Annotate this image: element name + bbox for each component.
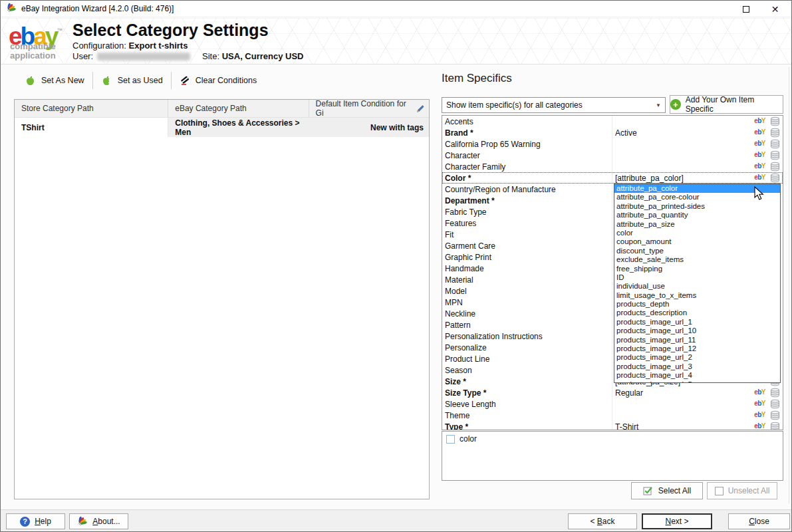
item-specific-value[interactable]: ActiveebY xyxy=(612,127,783,138)
close-wizard-button[interactable]: Close xyxy=(728,513,790,529)
database-icon[interactable] xyxy=(770,173,780,183)
logo-subtitle-line: compatible xyxy=(10,42,56,51)
back-button[interactable]: < Back xyxy=(568,513,637,529)
pencil-icon[interactable] xyxy=(416,104,425,113)
filter-dropdown-value: Show item specific(s) for all categories xyxy=(446,100,583,110)
item-specific-row[interactable]: Character FamilyebY xyxy=(442,161,783,172)
item-specifics-title: Item Specifics xyxy=(442,72,512,85)
database-icon[interactable] xyxy=(770,388,780,398)
item-specific-value-text: T-Shirt xyxy=(615,422,638,430)
column-header-store-path[interactable]: Store Category Path xyxy=(15,100,168,117)
ebay-icon: ebY xyxy=(754,151,765,158)
set-as-new-button[interactable]: Set As New xyxy=(17,75,92,86)
dropdown-option[interactable]: products_image_url_10 xyxy=(614,327,780,335)
set-as-used-label: Set as Used xyxy=(118,76,163,85)
site-label: Site: xyxy=(202,51,219,61)
category-table: Store Category Path eBay Category Path D… xyxy=(14,99,430,499)
item-specific-name: Material xyxy=(442,274,612,285)
item-specific-row[interactable]: ThemeebY xyxy=(442,410,783,421)
item-specific-value[interactable]: ebY xyxy=(612,410,783,421)
item-specific-name: MPN xyxy=(442,297,612,308)
dropdown-option[interactable]: attribute_pa_printed-sides xyxy=(614,202,780,211)
dropdown-option[interactable]: products_depth xyxy=(614,300,780,309)
item-specific-value[interactable]: ebY xyxy=(612,398,783,410)
item-specific-row[interactable]: Size Type *RegularebY xyxy=(442,387,783,398)
column-header-ebay-path[interactable]: eBay Category Path xyxy=(168,100,309,117)
about-button[interactable]: About... xyxy=(69,513,128,529)
dropdown-option[interactable]: free_shipping xyxy=(614,265,780,273)
database-icon[interactable] xyxy=(770,422,780,430)
item-specific-value[interactable]: RegularebY xyxy=(612,387,783,398)
unselect-all-button[interactable]: Unselect All xyxy=(707,482,777,499)
store-category-cell: TShirt xyxy=(15,118,168,137)
database-icon[interactable] xyxy=(770,128,780,138)
category-table-header: Store Category Path eBay Category Path D… xyxy=(15,100,429,118)
item-specific-name: Product Line xyxy=(442,353,612,364)
dropdown-option[interactable]: discount_type xyxy=(614,247,780,255)
custom-specific-item[interactable]: color xyxy=(446,434,779,444)
dropdown-option[interactable]: products_image_url_2 xyxy=(614,353,780,362)
item-specific-value-text: [attribute_pa_color] xyxy=(615,174,684,183)
column-header-default-condition[interactable]: Default Item Condition for Gi xyxy=(309,100,429,117)
dropdown-option[interactable]: attribute_pa_quantity xyxy=(614,211,780,219)
item-specific-value[interactable]: [attribute_pa_color]ebY xyxy=(612,172,783,184)
item-specific-name: Handmade xyxy=(442,263,612,274)
item-specific-row[interactable]: AccentsebY xyxy=(442,116,783,127)
dropdown-option[interactable]: coupon_amount xyxy=(614,237,780,246)
trademark-mark: ™ xyxy=(57,27,63,34)
ebay-icon: ebY xyxy=(754,400,765,407)
dropdown-option[interactable]: products_description xyxy=(614,309,780,317)
configuration-line: Configuration: Export t-shirts xyxy=(72,41,188,51)
close-button[interactable]: ✕ xyxy=(760,1,790,17)
item-specific-name: Pattern xyxy=(442,319,612,331)
item-specific-row[interactable]: Sleeve LengthebY xyxy=(442,398,783,410)
custom-specific-label: color xyxy=(460,434,477,444)
item-specific-row[interactable]: Type *T-ShirtebY xyxy=(442,421,783,430)
item-specific-row[interactable]: Color *[attribute_pa_color]ebY xyxy=(442,172,783,184)
dropdown-option[interactable]: color xyxy=(614,229,780,237)
database-icon[interactable] xyxy=(770,116,780,126)
dropdown-option[interactable]: individual_use xyxy=(614,282,780,291)
ebay-icon: ebY xyxy=(754,140,765,147)
category-filter-dropdown[interactable]: Show item specific(s) for all categories… xyxy=(442,97,666,113)
item-specific-value[interactable]: ebY xyxy=(612,116,783,127)
dropdown-option[interactable]: exclude_sale_items xyxy=(614,255,780,264)
dropdown-option[interactable]: limit_usage_to_x_items xyxy=(614,291,780,300)
dropdown-option[interactable]: ID xyxy=(614,273,780,282)
database-icon[interactable] xyxy=(770,410,780,420)
ebay-icon: ebY xyxy=(754,128,765,136)
help-button[interactable]: ? Help xyxy=(6,513,65,529)
item-specific-name: Country/Region of Manufacture xyxy=(442,184,612,195)
dropdown-option[interactable]: attribute_pa_size xyxy=(614,220,780,229)
dropdown-option[interactable]: products_image_url_3 xyxy=(614,362,780,371)
item-specific-row[interactable]: California Prop 65 WarningebY xyxy=(442,138,783,150)
database-icon[interactable] xyxy=(770,150,780,160)
set-as-used-button[interactable]: Set as Used xyxy=(93,75,171,86)
window-title: eBay Integration Wizard [4.2.0 (Build: 4… xyxy=(21,4,174,13)
custom-specific-list: color xyxy=(442,431,783,481)
maximize-button[interactable] xyxy=(731,1,761,17)
clear-conditions-button[interactable]: Clear Conditions xyxy=(172,75,265,86)
plus-icon: + xyxy=(670,99,681,110)
select-all-button[interactable]: Select All xyxy=(631,482,703,499)
dropdown-option[interactable]: products_image_url_5 xyxy=(614,380,780,383)
dropdown-option[interactable]: products_image_url_4 xyxy=(614,371,780,380)
database-icon[interactable] xyxy=(770,162,780,172)
dropdown-option[interactable]: products_image_url_1 xyxy=(614,318,780,327)
item-specific-value[interactable]: T-ShirtebY xyxy=(612,421,783,430)
item-specific-value[interactable]: ebY xyxy=(612,138,783,150)
dropdown-option[interactable]: products_image_url_11 xyxy=(614,336,780,344)
item-specific-value[interactable]: ebY xyxy=(612,150,783,161)
checkbox[interactable] xyxy=(446,435,455,444)
attribute-dropdown: attribute_pa_colorattribute_pa_core-colo… xyxy=(614,184,781,383)
item-specific-value[interactable]: ebY xyxy=(612,161,783,172)
item-specific-row[interactable]: Brand *ActiveebY xyxy=(442,127,783,138)
next-button[interactable]: Next > xyxy=(642,513,712,529)
database-icon[interactable] xyxy=(770,139,780,149)
category-row[interactable]: TShirtClothing, Shoes & Accessories > Me… xyxy=(15,118,429,137)
item-specific-name: Size * xyxy=(442,376,612,387)
add-item-specific-button[interactable]: + Add Your Own Item Specific xyxy=(670,95,783,114)
database-icon[interactable] xyxy=(770,399,780,409)
item-specific-row[interactable]: CharacterebY xyxy=(442,150,783,161)
dropdown-option[interactable]: products_image_url_12 xyxy=(614,344,780,353)
